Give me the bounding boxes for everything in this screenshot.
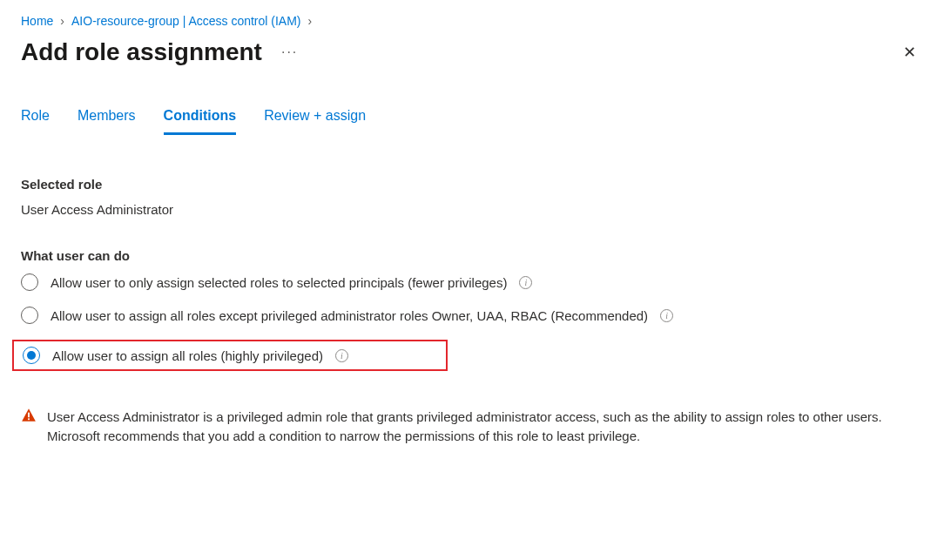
option-label: Allow user to assign all roles except pr… [51,308,648,323]
info-icon[interactable]: i [335,349,348,362]
tab-review-assign[interactable]: Review + assign [264,108,366,135]
radio-all-roles[interactable] [23,347,40,364]
chevron-right-icon: › [308,14,313,28]
what-user-can-do-label: What user can do [21,248,923,263]
info-icon[interactable]: i [519,276,532,289]
more-actions-button[interactable]: ··· [276,44,303,60]
svg-rect-1 [28,418,30,420]
tab-conditions[interactable]: Conditions [164,108,237,135]
chevron-right-icon: › [60,14,64,28]
option-except-privileged[interactable]: Allow user to assign all roles except pr… [21,307,923,324]
tab-role[interactable]: Role [21,108,50,135]
info-icon[interactable]: i [660,309,673,322]
breadcrumb: Home › AIO-resource-group | Access contr… [21,14,923,28]
title-row: Add role assignment ··· ✕ [21,38,923,66]
close-icon[interactable]: ✕ [896,41,923,64]
radio-except-privileged[interactable] [21,307,38,324]
warning-text: User Access Administrator is a privilege… [47,408,918,446]
breadcrumb-home[interactable]: Home [21,14,53,28]
tab-members[interactable]: Members [78,108,136,135]
tabs: Role Members Conditions Review + assign [21,108,923,135]
option-all-roles[interactable]: Allow user to assign all roles (highly p… [12,340,448,371]
privileged-role-warning: User Access Administrator is a privilege… [21,408,923,446]
conditions-options: Allow user to only assign selected roles… [21,273,923,371]
option-label: Allow user to assign all roles (highly p… [52,348,323,363]
radio-fewer-privileges[interactable] [21,273,38,291]
selected-role-value: User Access Administrator [21,202,923,217]
option-label: Allow user to only assign selected roles… [51,275,507,290]
selected-role-label: Selected role [21,177,923,192]
svg-rect-0 [28,413,30,418]
option-fewer-privileges[interactable]: Allow user to only assign selected roles… [21,273,923,291]
page-title: Add role assignment [21,38,262,66]
breadcrumb-resource-group[interactable]: AIO-resource-group | Access control (IAM… [71,14,301,28]
warning-icon [21,408,37,423]
